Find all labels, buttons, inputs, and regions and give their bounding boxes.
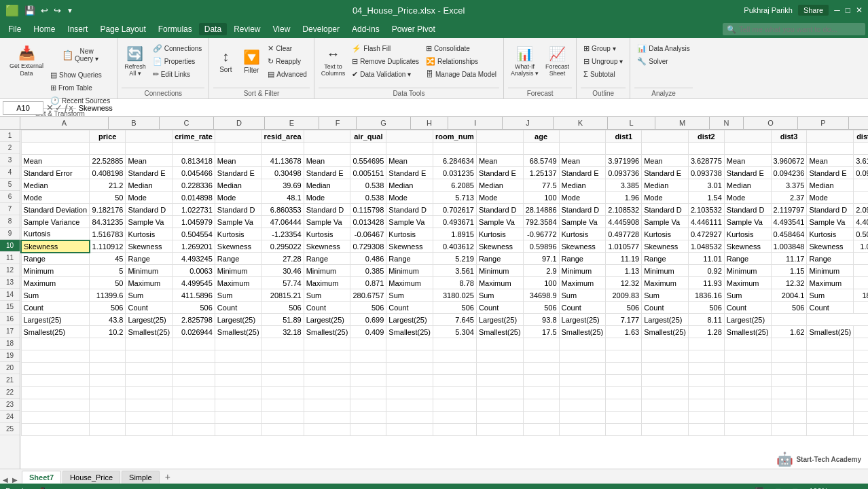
cell-20-10[interactable] xyxy=(476,363,523,375)
cell-10-19[interactable]: 1.00 xyxy=(854,240,868,253)
cell-11-3[interactable]: 4.493245 xyxy=(173,253,215,265)
cell-1-0[interactable] xyxy=(21,130,90,143)
cell-13-15[interactable]: 11.93 xyxy=(688,277,724,289)
cell-11-12[interactable]: Range xyxy=(559,253,606,265)
cell-2-5[interactable] xyxy=(261,143,304,155)
cell-12-13[interactable]: 1.13 xyxy=(606,265,642,277)
cell-18-9[interactable] xyxy=(433,338,477,350)
cell-1-15[interactable]: dist2 xyxy=(688,130,724,143)
consolidate-button[interactable]: ⊞ Consolidate xyxy=(423,42,499,54)
menu-power-pivot[interactable]: Power Pivot xyxy=(386,23,441,35)
cell-23-17[interactable] xyxy=(771,399,807,412)
relationships-button[interactable]: 🔀 Relationships xyxy=(423,55,499,67)
row-num-4[interactable]: 4 xyxy=(0,166,20,179)
cell-23-19[interactable] xyxy=(854,399,868,412)
cell-21-19[interactable] xyxy=(854,375,868,387)
col-header-g[interactable]: G xyxy=(357,117,411,129)
cell-17-5[interactable]: 32.18 xyxy=(261,326,304,338)
col-header-d[interactable]: D xyxy=(214,117,265,129)
cell-5-8[interactable]: Median xyxy=(386,179,433,192)
cell-5-12[interactable]: Median xyxy=(559,179,606,192)
cell-12-8[interactable]: Minimum xyxy=(386,265,433,277)
cell-2-16[interactable] xyxy=(724,143,771,155)
cell-24-4[interactable] xyxy=(215,412,261,424)
cell-5-9[interactable]: 6.2085 xyxy=(433,179,477,192)
cell-17-8[interactable]: Smallest(25) xyxy=(386,326,433,338)
col-header-q[interactable]: Q xyxy=(849,117,868,129)
cell-19-17[interactable] xyxy=(771,350,807,363)
cell-9-4[interactable]: Kurtosis xyxy=(215,228,261,240)
cell-14-10[interactable]: Sum xyxy=(476,289,523,302)
cell-7-12[interactable]: Standard D xyxy=(559,204,606,216)
cell-3-4[interactable]: Mean xyxy=(215,155,261,167)
cell-8-9[interactable]: 0.493671 xyxy=(433,216,477,228)
cell-1-9[interactable]: room_num xyxy=(433,130,477,143)
customize-icon[interactable]: ▼ xyxy=(67,7,73,14)
cell-7-15[interactable]: 2.103532 xyxy=(688,204,724,216)
cell-25-6[interactable] xyxy=(304,424,350,436)
cell-21-7[interactable] xyxy=(350,375,386,387)
cell-2-9[interactable] xyxy=(433,143,477,155)
cell-13-1[interactable]: 50 xyxy=(90,277,126,289)
cell-3-3[interactable]: 0.813418 xyxy=(173,155,215,167)
cell-8-10[interactable]: Sample Va xyxy=(476,216,523,228)
cell-4-18[interactable]: Standard E xyxy=(807,167,854,179)
cell-21-18[interactable] xyxy=(807,375,854,387)
cell-11-13[interactable]: 11.19 xyxy=(606,253,642,265)
cell-19-6[interactable] xyxy=(304,350,350,363)
cell-11-0[interactable]: Range xyxy=(21,253,90,265)
cell-25-5[interactable] xyxy=(261,424,304,436)
cell-20-13[interactable] xyxy=(606,363,642,375)
cell-4-13[interactable]: 0.093736 xyxy=(606,167,642,179)
cell-11-4[interactable]: Range xyxy=(215,253,261,265)
cell-13-2[interactable]: Maximum xyxy=(126,277,173,289)
share-button[interactable]: Share xyxy=(798,5,829,16)
menu-page-layout[interactable]: Page Layout xyxy=(94,23,151,35)
cell-6-13[interactable]: 1.96 xyxy=(606,192,642,204)
cell-17-14[interactable]: Smallest(25) xyxy=(642,326,689,338)
cell-22-13[interactable] xyxy=(606,387,642,399)
cell-11-1[interactable]: 45 xyxy=(90,253,126,265)
col-header-a[interactable]: A xyxy=(20,117,109,129)
cell-9-1[interactable]: 1.516783 xyxy=(90,228,126,240)
cell-4-11[interactable]: 1.25137 xyxy=(523,167,559,179)
cell-24-5[interactable] xyxy=(261,412,304,424)
cell-15-10[interactable]: Count xyxy=(476,302,523,314)
cell-11-8[interactable]: Range xyxy=(386,253,433,265)
cell-8-8[interactable]: Sample Va xyxy=(386,216,433,228)
cell-6-17[interactable]: 2.37 xyxy=(771,192,807,204)
cell-18-16[interactable] xyxy=(724,338,771,350)
cell-2-17[interactable] xyxy=(771,143,807,155)
cell-11-15[interactable]: 11.01 xyxy=(688,253,724,265)
cell-24-3[interactable] xyxy=(173,412,215,424)
cell-17-6[interactable]: Smallest(25) xyxy=(304,326,350,338)
cell-9-0[interactable]: Kurtosis xyxy=(21,228,90,240)
cell-18-1[interactable] xyxy=(90,338,126,350)
cell-10-5[interactable]: 0.295022 xyxy=(261,240,304,253)
cell-20-12[interactable] xyxy=(559,363,606,375)
remove-duplicates-button[interactable]: ⊟ Remove Duplicates xyxy=(349,55,422,67)
cell-21-6[interactable] xyxy=(304,375,350,387)
cell-15-17[interactable]: 506 xyxy=(771,302,807,314)
insert-function-icon[interactable]: ƒx xyxy=(64,103,73,113)
cell-17-2[interactable]: Smallest(25) xyxy=(126,326,173,338)
cell-10-9[interactable]: 0.403612 xyxy=(433,240,477,253)
cell-9-18[interactable]: Kurtosis xyxy=(807,228,854,240)
cell-5-14[interactable]: Median xyxy=(642,179,689,192)
cell-17-7[interactable]: 0.409 xyxy=(350,326,386,338)
cell-1-1[interactable]: price xyxy=(90,130,126,143)
cell-6-14[interactable]: Mode xyxy=(642,192,689,204)
cell-7-0[interactable]: Standard Deviation xyxy=(21,204,90,216)
cell-3-12[interactable]: Mean xyxy=(559,155,606,167)
cell-14-5[interactable]: 20815.21 xyxy=(261,289,304,302)
cell-23-3[interactable] xyxy=(173,399,215,412)
cell-7-18[interactable]: Standard D xyxy=(807,204,854,216)
cell-4-4[interactable]: Standard E xyxy=(215,167,261,179)
row-num-12[interactable]: 12 xyxy=(0,264,20,276)
cell-8-13[interactable]: 4.445908 xyxy=(606,216,642,228)
cell-22-14[interactable] xyxy=(642,387,689,399)
view-normal-icon[interactable]: ⬛ xyxy=(755,487,764,490)
cell-17-15[interactable]: 1.28 xyxy=(688,326,724,338)
col-header-b[interactable]: B xyxy=(109,117,160,129)
cell-13-18[interactable]: Maximum xyxy=(807,277,854,289)
